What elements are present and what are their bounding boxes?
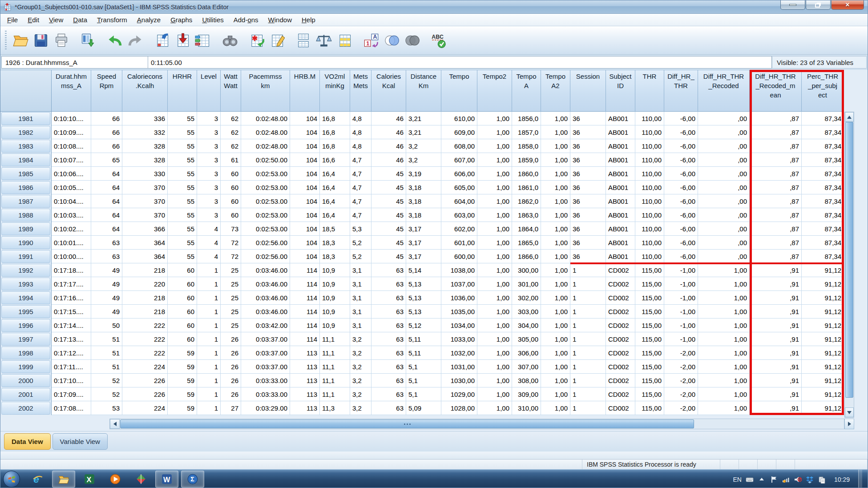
cell[interactable]: 4 bbox=[197, 236, 221, 250]
column-header[interactable]: HRHR bbox=[168, 70, 197, 112]
cell[interactable]: 1 bbox=[570, 401, 606, 415]
cell[interactable]: 0:03:33.00 bbox=[241, 374, 290, 387]
cell[interactable]: 5,11 bbox=[406, 346, 441, 360]
cell[interactable]: 3 bbox=[197, 181, 221, 194]
cell[interactable]: 1 bbox=[570, 277, 606, 291]
cell[interactable]: 1031,00 bbox=[441, 360, 477, 374]
cell[interactable]: 1 bbox=[570, 374, 606, 387]
cell[interactable]: 87,34 bbox=[802, 112, 844, 125]
row-number[interactable]: 1988 bbox=[0, 208, 52, 222]
cell[interactable]: 104 bbox=[290, 250, 320, 263]
cell[interactable]: 91,12 bbox=[802, 360, 844, 374]
column-header[interactable]: Diff_HR_THR _Recoded bbox=[698, 70, 750, 112]
cell[interactable]: 55 bbox=[168, 125, 197, 139]
cell[interactable]: 51 bbox=[91, 346, 122, 360]
cell[interactable]: 1033,00 bbox=[441, 332, 477, 346]
cell[interactable]: ,00 bbox=[698, 125, 750, 139]
cell[interactable]: 115,00 bbox=[635, 305, 664, 319]
cell[interactable]: 1 bbox=[197, 263, 221, 277]
cell[interactable]: ,91 bbox=[750, 305, 802, 319]
cell[interactable]: 0:02:56.00 bbox=[241, 250, 290, 263]
cell[interactable]: 0:17:16.... bbox=[52, 291, 91, 305]
cell[interactable]: 91,12 bbox=[802, 346, 844, 360]
cell[interactable]: 4,7 bbox=[350, 167, 371, 181]
cell[interactable]: 1 bbox=[197, 305, 221, 319]
cell[interactable]: 1030,00 bbox=[441, 374, 477, 387]
cell[interactable]: 91,12 bbox=[802, 277, 844, 291]
cell[interactable]: 1,00 bbox=[541, 360, 570, 374]
cell[interactable]: 45 bbox=[371, 167, 406, 181]
column-header[interactable]: Durat.hhm mss_A bbox=[52, 70, 91, 112]
cell[interactable]: AB001 bbox=[606, 208, 635, 222]
cell[interactable]: 0:10:00.... bbox=[52, 250, 91, 263]
cell[interactable]: ,00 bbox=[698, 153, 750, 167]
cell[interactable]: 49 bbox=[91, 263, 122, 277]
cell[interactable]: 72 bbox=[221, 250, 241, 263]
weight-cases-button[interactable] bbox=[314, 30, 334, 51]
cell[interactable]: 1,00 bbox=[541, 291, 570, 305]
cell[interactable]: 110,00 bbox=[635, 125, 664, 139]
cell[interactable]: 1 bbox=[197, 374, 221, 387]
cell[interactable]: 0:10:05.... bbox=[52, 181, 91, 194]
cell[interactable]: 1,00 bbox=[477, 291, 512, 305]
cell[interactable]: 64 bbox=[91, 167, 122, 181]
cell[interactable]: 0:02:53.00 bbox=[241, 181, 290, 194]
cell[interactable]: 63 bbox=[91, 250, 122, 263]
cell[interactable]: 3,1 bbox=[350, 291, 371, 305]
cell[interactable]: 1,00 bbox=[698, 332, 750, 346]
cell[interactable]: 600,00 bbox=[441, 250, 477, 263]
cell[interactable]: 328 bbox=[122, 153, 168, 167]
cell[interactable]: 26 bbox=[221, 387, 241, 401]
cell[interactable]: 5,13 bbox=[406, 305, 441, 319]
cell[interactable]: -6,00 bbox=[664, 112, 698, 125]
cell[interactable]: 10,9 bbox=[320, 263, 350, 277]
cell[interactable]: 1,00 bbox=[541, 167, 570, 181]
column-header[interactable]: Caloriecons .Kcalh bbox=[122, 70, 168, 112]
cell[interactable]: 45 bbox=[371, 181, 406, 194]
cell[interactable]: CD002 bbox=[606, 360, 635, 374]
cell[interactable]: 0:02:53.00 bbox=[241, 167, 290, 181]
cell[interactable]: 610,00 bbox=[441, 112, 477, 125]
cell[interactable]: ,00 bbox=[698, 139, 750, 153]
cell[interactable]: 55 bbox=[168, 250, 197, 263]
column-header[interactable]: Level bbox=[197, 70, 221, 112]
cell[interactable]: 0:03:37.00 bbox=[241, 360, 290, 374]
cell[interactable]: 62 bbox=[221, 112, 241, 125]
cell[interactable]: 114 bbox=[290, 332, 320, 346]
cell[interactable]: 62 bbox=[221, 125, 241, 139]
cell[interactable]: 64 bbox=[91, 194, 122, 208]
cell[interactable]: 3 bbox=[197, 153, 221, 167]
menu-analyze[interactable]: Analyze bbox=[132, 15, 166, 25]
cell[interactable]: 63 bbox=[371, 277, 406, 291]
cell[interactable]: 16,6 bbox=[320, 153, 350, 167]
cell[interactable]: 304,00 bbox=[512, 319, 541, 332]
cell[interactable]: 36 bbox=[570, 181, 606, 194]
cell[interactable]: 55 bbox=[168, 167, 197, 181]
cell[interactable]: 3,2 bbox=[350, 401, 371, 415]
cell[interactable]: 3,2 bbox=[350, 332, 371, 346]
cell[interactable]: 59 bbox=[168, 374, 197, 387]
cell[interactable]: 5,2 bbox=[350, 250, 371, 263]
cell[interactable]: 1,00 bbox=[477, 167, 512, 181]
cell[interactable]: 10,9 bbox=[320, 277, 350, 291]
cell[interactable]: 1,00 bbox=[541, 305, 570, 319]
row-number[interactable]: 1982 bbox=[0, 125, 52, 139]
cell[interactable]: 3,21 bbox=[406, 112, 441, 125]
cell[interactable]: 55 bbox=[168, 236, 197, 250]
taskbar-windows-explorer[interactable] bbox=[52, 471, 75, 488]
cell[interactable]: CD002 bbox=[606, 291, 635, 305]
cell[interactable]: 0:17:10.... bbox=[52, 374, 91, 387]
cell[interactable]: 218 bbox=[122, 305, 168, 319]
cell[interactable]: 366 bbox=[122, 222, 168, 236]
cell[interactable]: 607,00 bbox=[441, 153, 477, 167]
cell[interactable]: 115,00 bbox=[635, 277, 664, 291]
cell[interactable]: 0:02:53.00 bbox=[241, 194, 290, 208]
cell[interactable]: 307,00 bbox=[512, 360, 541, 374]
cell[interactable]: 5,12 bbox=[406, 319, 441, 332]
cell[interactable]: 60 bbox=[168, 332, 197, 346]
cell[interactable]: 0:03:46.00 bbox=[241, 305, 290, 319]
use-variable-sets-button[interactable] bbox=[381, 30, 402, 51]
save-data-button[interactable] bbox=[31, 30, 51, 51]
cell[interactable]: 5,3 bbox=[350, 222, 371, 236]
cell[interactable]: 1,00 bbox=[698, 374, 750, 387]
